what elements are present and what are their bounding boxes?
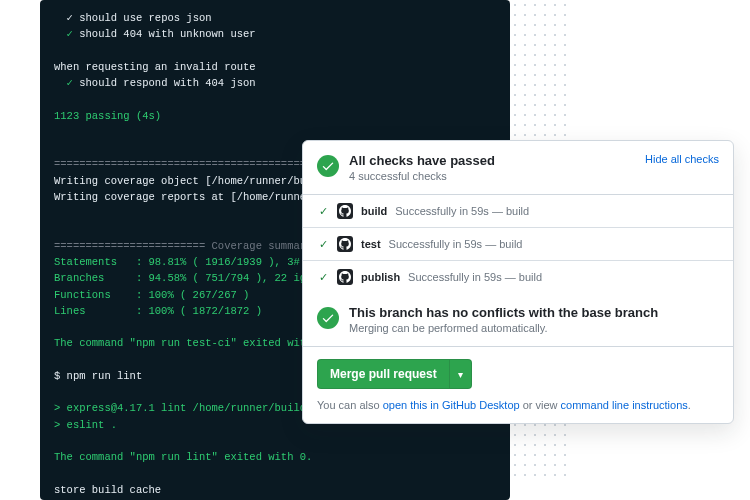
conflicts-section: This branch has no conflicts with the ba… (303, 293, 733, 347)
merge-dropdown-button[interactable]: ▾ (450, 359, 472, 389)
checks-title: All checks have passed (349, 153, 635, 168)
check-detail: Successfully in 59s — build (389, 238, 523, 250)
success-icon (317, 307, 339, 329)
check-name: test (361, 238, 381, 250)
conflicts-title: This branch has no conflicts with the ba… (349, 305, 719, 320)
success-icon (317, 155, 339, 177)
checks-list[interactable]: ✓buildSuccessfully in 59s — build✓testSu… (303, 195, 733, 293)
github-icon (337, 269, 353, 285)
check-success-icon: ✓ (317, 271, 329, 284)
merge-help-text: You can also open this in GitHub Desktop… (317, 399, 691, 411)
check-row[interactable]: ✓publishSuccessfully in 59s — build (303, 261, 733, 293)
open-desktop-link[interactable]: open this in GitHub Desktop (383, 399, 520, 411)
checks-subtitle: 4 successful checks (349, 170, 635, 182)
merge-pull-request-button[interactable]: Merge pull request (317, 359, 450, 389)
check-success-icon: ✓ (317, 238, 329, 251)
check-success-icon: ✓ (317, 205, 329, 218)
check-name: build (361, 205, 387, 217)
hide-checks-link[interactable]: Hide all checks (645, 153, 719, 165)
cli-instructions-link[interactable]: command line instructions (561, 399, 688, 411)
merge-button-group: Merge pull request ▾ (317, 359, 472, 389)
check-row[interactable]: ✓testSuccessfully in 59s — build (303, 228, 733, 261)
check-detail: Successfully in 59s — build (395, 205, 529, 217)
checks-panel: All checks have passed 4 successful chec… (302, 140, 734, 424)
github-icon (337, 236, 353, 252)
check-name: publish (361, 271, 400, 283)
check-row[interactable]: ✓buildSuccessfully in 59s — build (303, 195, 733, 228)
checks-header: All checks have passed 4 successful chec… (303, 141, 733, 195)
github-icon (337, 203, 353, 219)
conflicts-subtitle: Merging can be performed automatically. (349, 322, 719, 334)
check-detail: Successfully in 59s — build (408, 271, 542, 283)
merge-section: Merge pull request ▾ You can also open t… (303, 347, 733, 423)
